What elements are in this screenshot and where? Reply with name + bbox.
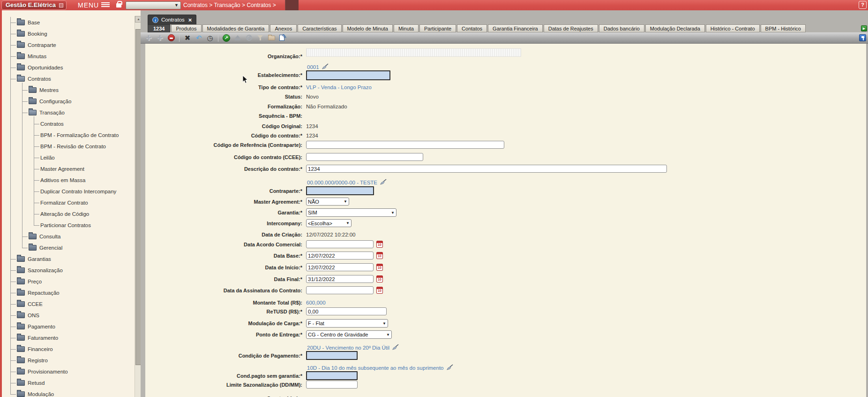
data_assinatura-calendar-icon[interactable]: 10 [376,287,383,294]
sidebar-item-pagamento[interactable]: Pagamento [10,321,55,332]
cond_pagto_sem_garantia-lookup[interactable]: 10D - Dia 10 do mês subsequente ao mês d… [307,365,453,371]
sidebar-item-registro[interactable]: Registro [10,355,48,366]
tab-historico-contrato[interactable]: Histórico - Contrato [706,24,760,32]
undo-icon[interactable]: ↶ [194,33,204,43]
data_assinatura-input[interactable] [306,286,374,294]
topbar-dropdown[interactable]: ▼ [126,1,181,9]
tab-produtos[interactable]: Produtos [171,24,201,32]
sidebar-item-alteracao-de-codigo[interactable]: Alteração de Código [34,208,89,220]
sidebar-item-gerencial[interactable]: Gerencial [22,242,62,253]
sidebar-item-sazonalizacao[interactable]: Sazonalização [10,265,63,276]
sidebar-item-garantias[interactable]: Garantias [10,253,51,265]
contraparte-clear-broom-icon[interactable] [380,179,387,186]
sidebar-item-ons[interactable]: ONS [10,310,39,321]
cond_pagto_sem_garantia-clear-broom-icon[interactable] [446,364,453,372]
modulacao_carga-select[interactable]: F - Flat▼ [306,319,388,328]
descricao-input[interactable] [306,165,667,173]
sidebar-item-contratos[interactable]: Contratos [34,118,64,130]
breadcrumb[interactable]: Contratos > Transação > Contratos > [183,2,276,8]
sidebar-item-master-agreement[interactable]: Master Agreement [34,163,84,175]
retusd-input[interactable] [306,307,387,315]
delete-icon[interactable]: ✖ [182,33,193,43]
cond_pagamento-link[interactable]: 20DU - Vencimento no 20º Dia Útil [307,344,389,351]
sidebar-item-modulacao[interactable]: Modulação [10,389,54,397]
tab-datas-de-reajustes[interactable]: Datas de Reajustes [544,24,598,32]
cancel-icon[interactable] [244,33,254,43]
sidebar-item-consulta[interactable]: Consulta [22,231,60,242]
close-icon[interactable]: × [188,16,192,23]
tab-dados-bancario[interactable]: Dados bancário [599,24,644,32]
sidebar-item-financeiro[interactable]: Financeiro [10,344,53,355]
sidebar-item-booking[interactable]: Booking [10,28,47,39]
ponto_entrega-select[interactable]: CG - Centro de Gravidade▼ [306,330,392,339]
contraparte-link[interactable]: 00.000.000/0000-00 - TESTE [307,179,377,186]
tab-garantia-financeira[interactable]: Garantia Financeira [488,24,543,32]
data_inicio-input[interactable] [306,263,374,271]
sidebar-item-base[interactable]: Base [10,17,40,28]
sidebar-item-configuracao[interactable]: Configuração [22,96,71,107]
eject-icon[interactable] [232,33,243,43]
tab-scroll-right-icon[interactable]: ▶ [861,25,867,31]
intercompany-select[interactable]: <Escolha>▼ [306,219,352,227]
codigo_ccee-input[interactable] [306,153,423,161]
contraparte-lookup[interactable]: 00.000.000/0000-00 - TESTE [307,179,387,186]
sidebar-item-contraparte[interactable]: Contraparte [10,39,56,51]
data_inicio-calendar-icon[interactable]: 10 [376,264,383,271]
cond_pagamento-clear-broom-icon[interactable] [392,344,399,351]
window-tab-contratos[interactable]: i Contratos × [148,15,196,24]
sidebar-item-contratos[interactable]: Contratos [10,73,51,84]
sidebar-item-provisionamento[interactable]: Provisionamento [10,366,68,377]
sidebar-item-ccee[interactable]: CCEE [10,298,43,310]
sidebar-item-retusd[interactable]: Retusd [10,377,45,389]
data_final-calendar-icon[interactable]: 10 [376,275,383,282]
sidebar-item-formalizar-contrato[interactable]: Formalizar Contrato [34,197,88,208]
history-clock-icon[interactable]: ◷ [205,33,215,43]
tab-minuta[interactable]: Minuta [394,24,419,32]
sidebar-item-bpm-formalizacao-de-contrato[interactable]: BPM - Formalização de Contrato [34,130,119,141]
tab-caracteristicas[interactable]: Características [298,24,341,32]
sidebar-item-leilao[interactable]: Leilão [34,152,55,163]
sidebar-item-particionar-contratos[interactable]: Particionar Contratos [34,220,91,231]
tab-modalidades-de-garantia[interactable]: Modalidades de Garantia [202,24,269,32]
data_acordo-input[interactable] [306,240,374,248]
estabelecimento-link[interactable]: 0001 [307,64,319,70]
garantia-select[interactable]: SIM▼ [306,208,397,217]
submit-icon[interactable]: ↗ [221,33,232,43]
limite_sazonalizacao-input[interactable] [306,381,358,389]
cond_pagamento-lookup[interactable]: 20DU - Vencimento no 20º Dia Útil [307,344,399,351]
sidebar-scrollbar-thumb[interactable] [135,29,141,365]
sidebar-item-faturamento[interactable]: Faturamento [10,332,58,344]
sidebar-item-aditivos-em-massa[interactable]: Aditivos em Massa [34,175,86,186]
tab-participante[interactable]: Participante [419,24,456,32]
sidebar-item-transacao[interactable]: Transação [22,107,65,118]
scroll-up-icon[interactable]: ▲ [135,16,141,23]
contraparte-input[interactable] [306,186,374,195]
tab-modelo-de-minuta[interactable]: Modelo de Minuta [343,24,393,32]
hamburger-menu-icon[interactable] [101,2,110,8]
data_final-input[interactable] [306,275,374,283]
cond_pagamento-input[interactable] [306,351,358,360]
remove-icon[interactable] [166,33,176,43]
tab-contatos[interactable]: Contatos [457,24,487,32]
estabelecimento-input[interactable] [306,70,390,80]
cond_pagto_sem_garantia-input[interactable] [306,371,358,380]
master_agreement-select[interactable]: NÃO▼ [306,198,349,206]
sidebar-item-preco[interactable]: Preço [10,276,42,287]
pin-icon[interactable] [859,34,866,41]
estabelecimento-lookup[interactable]: 0001 [307,64,329,70]
tab-anexos[interactable]: Anexos [270,24,297,32]
data_base-input[interactable] [306,252,374,260]
codigo_referencia-input[interactable] [306,141,504,149]
sidebar-scrollbar[interactable]: ▲ [135,16,141,397]
help-button[interactable]: ? [859,1,867,9]
data_acordo-calendar-icon[interactable]: 10 [376,241,383,248]
cond_pagto_sem_garantia-link[interactable]: 10D - Dia 10 do mês subsequente ao mês d… [307,365,444,371]
sidebar-item-repactuacao[interactable]: Repactuação [10,287,60,298]
sidebar-item-duplicar-contrato-intercompany[interactable]: Duplicar Contrato Intercompany [34,186,116,197]
edit-note-icon[interactable]: ✎ [277,33,288,43]
sidebar-item-minutas[interactable]: Minutas [10,51,46,62]
estabelecimento-clear-broom-icon[interactable] [322,63,329,71]
sidebar-item-bpm-revisao-de-contrato[interactable]: BPM - Revisão de Contrato [34,141,106,152]
data_base-calendar-icon[interactable]: 10 [376,252,383,259]
tab-1234[interactable]: 1234 [148,24,170,32]
